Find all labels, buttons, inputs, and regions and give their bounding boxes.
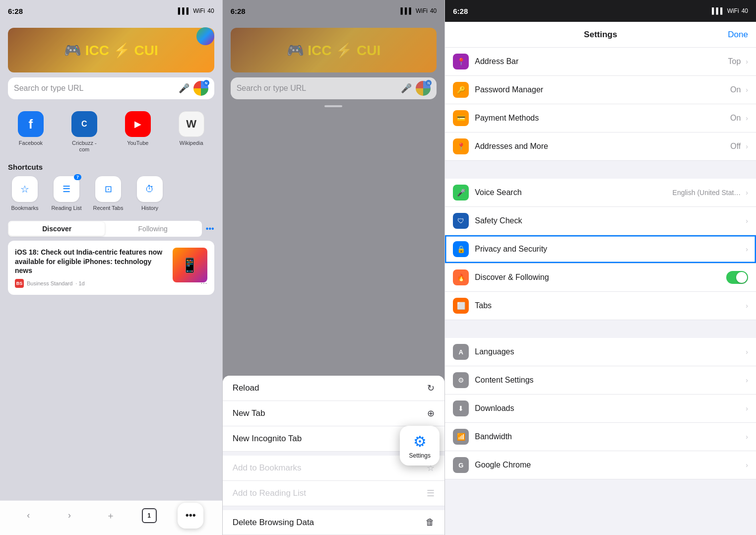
bookmarks-label-1: Bookmarks: [11, 205, 38, 211]
mic-icon-2[interactable]: 🎤: [401, 83, 412, 94]
more-btn-1[interactable]: •••: [206, 224, 214, 233]
news-more-btn-1[interactable]: ···: [200, 279, 207, 288]
back-btn-1[interactable]: ‹: [18, 506, 38, 526]
reading-list-icon-1: ☰ 7: [54, 176, 79, 202]
search-bar-1[interactable]: Search or type URL 🎤 N: [8, 77, 214, 99]
wifi-icon-1: WiFi: [193, 7, 205, 14]
discover-tab-1[interactable]: Discover: [9, 222, 105, 236]
more-options-btn-1[interactable]: •••: [178, 503, 203, 529]
menu-add-reading-list: Add to Reading List ☰: [223, 481, 445, 506]
discover-tabs-1: Discover Following •••: [8, 221, 214, 237]
settings-addresses[interactable]: 📍 Addresses and More Off ›: [445, 133, 756, 161]
google-chrome-content: Google Chrome ›: [475, 461, 748, 469]
settings-discover-following[interactable]: 🔥 Discover & Following: [445, 264, 756, 292]
google-icon-2[interactable]: N: [416, 81, 431, 96]
menu-reload-label: Reload: [233, 383, 259, 393]
address-bar-content: Address Bar Top ›: [475, 57, 748, 66]
settings-popup[interactable]: ⚙ Settings: [400, 426, 440, 466]
languages-right: ›: [746, 348, 748, 356]
youtube-label-1: YouTube: [127, 140, 148, 146]
tabs-btn-1[interactable]: 1: [142, 508, 157, 523]
menu-new-tab[interactable]: New Tab ⊕: [223, 401, 445, 426]
google-badge-2: N: [426, 80, 432, 86]
bookmarks-btn-1[interactable]: ☆ Bookmarks: [8, 176, 42, 211]
site-icons-row-1: f Facebook C Cricbuzz -com ▶ YouTube W W…: [0, 103, 222, 155]
bandwidth-right: ›: [746, 433, 748, 441]
menu-delete-icon: 🗑: [426, 517, 435, 528]
new-tab-btn-1[interactable]: ＋: [101, 506, 121, 526]
google-chrome-icon: G: [453, 457, 469, 473]
settings-safety-check[interactable]: 🛡 Safety Check ›: [445, 207, 756, 235]
settings-tabs[interactable]: ⬜ Tabs ›: [445, 292, 756, 320]
news-source-1: BS Business Standard · 1d: [15, 279, 167, 288]
following-tab-1[interactable]: Following: [105, 222, 200, 236]
downloads-settings-chevron: ›: [746, 404, 748, 412]
downloads-settings-content: Downloads ›: [475, 404, 748, 413]
facebook-label-1: Facebook: [19, 140, 43, 146]
shortcuts-icons-row-1: ☆ Bookmarks ☰ 7 Reading List ⊡ Recent Ta…: [8, 176, 214, 211]
tabs-settings-chevron: ›: [746, 302, 748, 310]
google-chrome-right: ›: [746, 461, 748, 469]
news-card-1[interactable]: iOS 18: Check out India-centric features…: [8, 241, 214, 295]
forward-icon-1: ›: [68, 510, 71, 521]
safety-check-label: Safety Check: [475, 216, 522, 225]
settings-privacy-security[interactable]: 🔒 Privacy and Security ›: [445, 235, 756, 264]
reading-list-btn-1[interactable]: ☰ 7 Reading List: [50, 176, 83, 211]
menu-add-reading-icon: ☰: [427, 488, 435, 499]
tab-container-1: Discover Following: [8, 221, 202, 237]
menu-new-tab-icon: ⊕: [427, 408, 435, 419]
languages-label: Languages: [475, 347, 514, 356]
shortcut-wikipedia-1[interactable]: W Wikipedia: [174, 111, 209, 153]
google-icon-1[interactable]: N: [193, 81, 208, 96]
payment-methods-label: Payment Methods: [475, 114, 539, 123]
status-time-3: 6:28: [453, 7, 468, 15]
status-bar-2: 6:28 ▌▌▌ WiFi 40: [223, 0, 445, 22]
settings-bandwidth[interactable]: 📶 Bandwidth ›: [445, 423, 756, 451]
menu-reload-icon: ↻: [427, 383, 435, 394]
wifi-icon-3: WiFi: [727, 7, 739, 14]
shortcut-youtube-1[interactable]: ▶ YouTube: [121, 111, 155, 153]
avatar-1[interactable]: [196, 27, 214, 45]
discover-following-label: Discover & Following: [475, 273, 549, 282]
banner-1: 🎮 ICC ⚡ CUI: [8, 28, 214, 72]
mic-icon-1[interactable]: 🎤: [179, 83, 189, 94]
banner-2: 🎮 ICC ⚡ CUI: [231, 28, 437, 72]
tabs-settings-content: Tabs ›: [475, 301, 748, 310]
settings-downloads[interactable]: ⬇ Downloads ›: [445, 395, 756, 423]
shortcut-facebook-1[interactable]: f Facebook: [13, 111, 48, 153]
settings-languages[interactable]: A Languages ›: [445, 338, 756, 366]
battery-icon-3: 40: [742, 7, 748, 14]
google-badge-1: N: [203, 80, 209, 86]
new-tab-icon-1: ＋: [106, 510, 115, 522]
recent-tabs-btn-1[interactable]: ⊡ Recent Tabs: [91, 176, 125, 211]
settings-password-manager[interactable]: 🔑 Password Manager On ›: [445, 76, 756, 104]
address-bar-value: Top: [728, 57, 741, 66]
history-btn-1[interactable]: ⏱ History: [133, 176, 167, 211]
discover-following-content: Discover & Following: [475, 271, 748, 284]
status-bar-3: 6:28 ▌▌▌ WiFi 40: [445, 0, 756, 22]
google-chrome-label: Google Chrome: [475, 461, 531, 469]
tabs-settings-right: ›: [746, 302, 748, 310]
forward-btn-1[interactable]: ›: [60, 506, 79, 526]
bandwidth-label: Bandwidth: [475, 432, 512, 441]
addresses-icon: 📍: [453, 138, 469, 154]
shortcut-cricbuzz-1[interactable]: C Cricbuzz -com: [67, 111, 102, 153]
privacy-security-icon: 🔒: [453, 241, 469, 257]
menu-reload[interactable]: Reload ↻: [223, 376, 445, 401]
search-bar-2[interactable]: Search or type URL 🎤 N: [231, 77, 437, 99]
settings-payment-methods[interactable]: 💳 Payment Methods On ›: [445, 104, 756, 133]
done-button[interactable]: Done: [728, 30, 748, 40]
privacy-security-chevron: ›: [746, 245, 748, 253]
tabs-settings-icon: ⬜: [453, 298, 469, 314]
tabs-settings-label: Tabs: [475, 301, 492, 310]
menu-delete-browsing[interactable]: Delete Browsing Data 🗑: [223, 510, 445, 535]
discover-following-toggle[interactable]: [726, 271, 748, 284]
settings-google-chrome[interactable]: G Google Chrome ›: [445, 451, 756, 479]
settings-content[interactable]: ⚙ Content Settings ›: [445, 366, 756, 395]
settings-voice-search[interactable]: 🎤 Voice Search English (United Stat… ›: [445, 179, 756, 207]
addresses-chevron: ›: [746, 142, 748, 150]
wikipedia-icon-1: W: [179, 111, 204, 137]
reading-list-label-1: Reading List: [51, 205, 81, 211]
addresses-label: Addresses and More: [475, 142, 548, 151]
settings-address-bar[interactable]: 📍 Address Bar Top ›: [445, 48, 756, 76]
